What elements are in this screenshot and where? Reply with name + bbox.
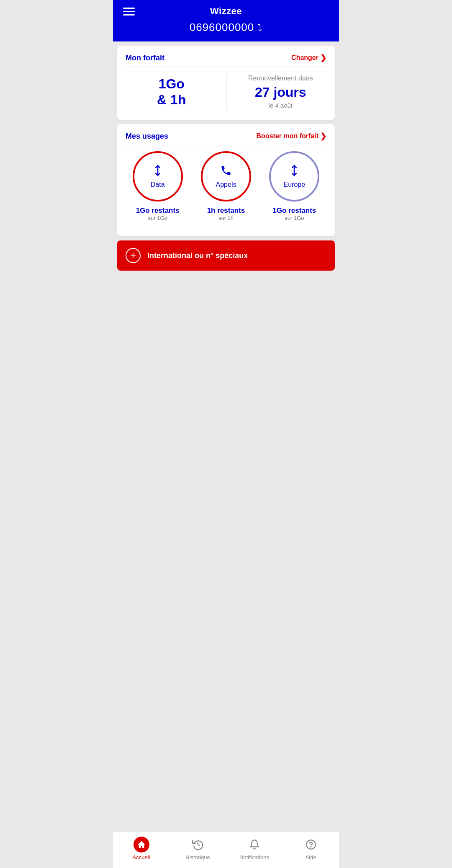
history-icon (192, 839, 204, 850)
renewal-label: Renouvellement dans (235, 75, 327, 82)
booster-arrow-icon: ❯ (320, 132, 326, 141)
notifications-icon-wrap (247, 837, 262, 852)
changer-label: Changer (291, 54, 318, 62)
changer-button[interactable]: Changer ❯ (291, 53, 326, 62)
phone-number-row[interactable]: 0696000000 ⤵ (190, 21, 263, 34)
data-remaining: 1Go restants (136, 207, 180, 215)
forfait-content: 1Go& 1h Renouvellement dans 27 jours le … (126, 73, 326, 111)
nav-notifications[interactable]: Notifications (226, 837, 282, 860)
hamburger-line-1 (123, 8, 135, 9)
hamburger-line-3 (123, 14, 135, 16)
header: Wizzee 0696000000 ⤵ (113, 0, 339, 41)
usages-card: Mes usages Booster mon forfait ❯ (117, 124, 335, 236)
chevron-down-icon: ⤵ (257, 22, 262, 33)
changer-arrow-icon: ❯ (320, 53, 326, 62)
renewal-days: 27 jours (235, 85, 327, 100)
europe-transfer-icon (288, 165, 300, 179)
forfait-card-header: Mon forfait Changer ❯ (126, 53, 326, 67)
usage-data-circle: Data (133, 151, 183, 202)
hamburger-line-2 (123, 11, 135, 12)
forfait-plan-name: 1Go& 1h (126, 76, 218, 108)
spacer (117, 275, 335, 827)
nav-aide[interactable]: Aide (282, 837, 339, 860)
data-total: sur 1Go (148, 215, 167, 221)
aide-label: Aide (305, 854, 316, 860)
europe-total: sur 1Go (285, 215, 304, 221)
usages-title: Mes usages (126, 132, 168, 141)
historique-label: Historique (185, 854, 210, 860)
appels-label: Appels (216, 181, 236, 189)
renewal-date: le 4 août (235, 102, 327, 109)
phone-number: 0696000000 (190, 21, 254, 34)
accueil-label: Accueil (133, 854, 150, 860)
bell-icon (249, 839, 260, 850)
usage-europe-item: Europe 1Go restants sur 1Go (262, 151, 326, 221)
international-text: International ou n° spéciaux (147, 251, 248, 260)
forfait-card: Mon forfait Changer ❯ 1Go& 1h Renouvelle… (117, 46, 335, 120)
europe-label: Europe (284, 181, 306, 189)
international-banner[interactable]: + International ou n° spéciaux (117, 240, 335, 271)
forfait-renewal-section: Renouvellement dans 27 jours le 4 août (226, 75, 327, 109)
plus-circle-icon: + (126, 248, 141, 263)
usages-circles: Data 1Go restants sur 1Go Appels 1h rest… (126, 151, 326, 225)
historique-icon-wrap (190, 837, 206, 852)
forfait-plan-section: 1Go& 1h (126, 76, 226, 108)
appels-total: sur 1h (218, 215, 234, 221)
usage-data-item: Data 1Go restants sur 1Go (126, 151, 190, 221)
help-circle-icon (306, 839, 316, 850)
accueil-icon-wrap (134, 837, 149, 852)
cards-area: Mon forfait Changer ❯ 1Go& 1h Renouvelle… (113, 41, 339, 831)
app-title: Wizzee (210, 6, 242, 17)
booster-button[interactable]: Booster mon forfait ❯ (257, 132, 326, 141)
usage-appels-item: Appels 1h restants sur 1h (194, 151, 258, 221)
nav-historique[interactable]: Historique (170, 837, 226, 860)
nav-accueil[interactable]: Accueil (113, 837, 170, 860)
bottom-nav: Accueil Historique Notifications (113, 831, 339, 868)
europe-remaining: 1Go restants (272, 207, 316, 215)
menu-button[interactable] (121, 6, 136, 17)
home-icon (137, 840, 146, 849)
appels-remaining: 1h restants (207, 207, 245, 215)
usage-europe-circle: Europe (269, 151, 319, 202)
data-transfer-icon (152, 165, 164, 179)
aide-icon-wrap (303, 837, 319, 852)
header-top: Wizzee (121, 6, 331, 17)
forfait-title: Mon forfait (126, 54, 164, 62)
phone-icon (220, 165, 232, 179)
notifications-label: Notifications (239, 854, 269, 860)
data-label: Data (151, 181, 165, 189)
booster-label: Booster mon forfait (257, 132, 318, 140)
usages-card-header: Mes usages Booster mon forfait ❯ (126, 132, 326, 145)
usage-appels-circle: Appels (201, 151, 251, 202)
